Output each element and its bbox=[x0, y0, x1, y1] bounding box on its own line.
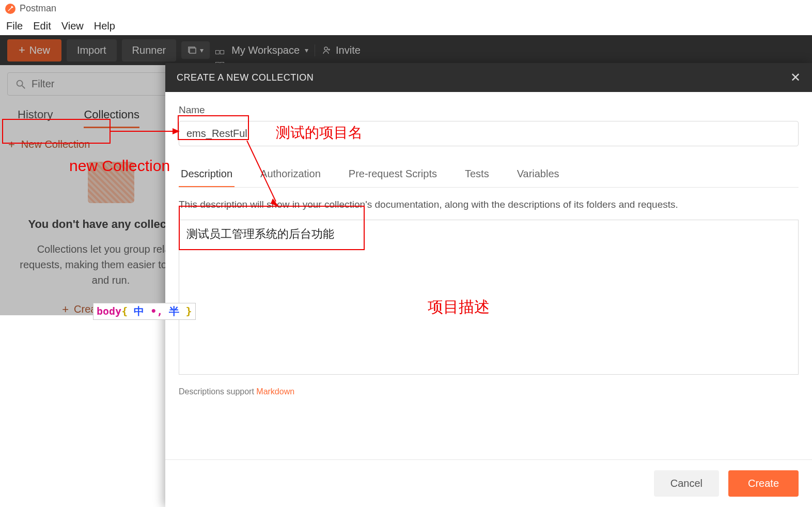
mtab-prerequest[interactable]: Pre-request Scripts bbox=[347, 162, 439, 187]
ime-indicator: body{ 中 •, 半 } bbox=[93, 303, 196, 320]
mtab-authorization[interactable]: Authorization bbox=[258, 162, 323, 187]
title-bar: Postman bbox=[0, 0, 812, 17]
app-title: Postman bbox=[20, 3, 56, 14]
menu-bar: File Edit View Help bbox=[0, 17, 812, 35]
menu-file[interactable]: File bbox=[6, 20, 23, 32]
create-button[interactable]: Create bbox=[728, 470, 799, 497]
name-label: Name bbox=[179, 104, 205, 115]
postman-logo-icon bbox=[5, 4, 15, 14]
menu-edit[interactable]: Edit bbox=[33, 20, 51, 32]
modal-footer: Cancel Create bbox=[165, 459, 812, 507]
ime-body: body bbox=[97, 305, 121, 317]
modal-header: CREATE A NEW COLLECTION ✕ bbox=[165, 63, 812, 92]
modal-tabs: Description Authorization Pre-request Sc… bbox=[179, 162, 799, 188]
close-icon[interactable]: ✕ bbox=[790, 70, 801, 85]
modal-title: CREATE A NEW COLLECTION bbox=[177, 72, 314, 83]
markdown-link[interactable]: Markdown bbox=[256, 387, 294, 396]
menu-view[interactable]: View bbox=[61, 20, 84, 32]
mtab-tests[interactable]: Tests bbox=[463, 162, 491, 187]
cancel-button[interactable]: Cancel bbox=[654, 470, 719, 497]
collection-name-input[interactable] bbox=[179, 121, 799, 146]
ime-half: 半 bbox=[163, 305, 185, 317]
mtab-description[interactable]: Description bbox=[179, 162, 235, 187]
ime-dots: •, bbox=[150, 305, 163, 317]
markdown-note: Descriptions support Markdown bbox=[179, 387, 799, 396]
description-hint: This description will show in your colle… bbox=[179, 199, 799, 210]
description-textarea[interactable] bbox=[179, 220, 799, 375]
ime-mid: 中 bbox=[128, 305, 150, 317]
menu-help[interactable]: Help bbox=[94, 20, 115, 32]
create-collection-modal: CREATE A NEW COLLECTION ✕ Name Descripti… bbox=[165, 63, 812, 507]
markdown-note-prefix: Descriptions support bbox=[179, 387, 256, 396]
mtab-variables[interactable]: Variables bbox=[515, 162, 561, 187]
